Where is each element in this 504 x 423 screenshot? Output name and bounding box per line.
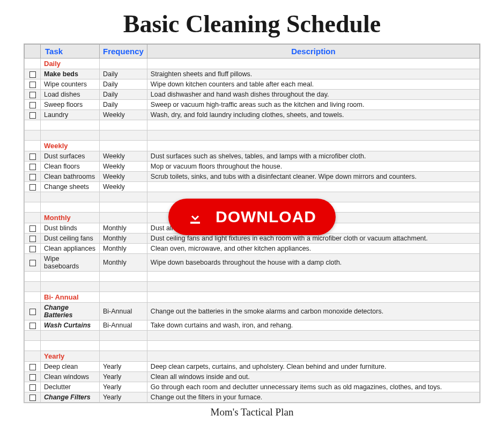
task-checkbox[interactable]	[29, 309, 36, 315]
empty-cell	[147, 120, 479, 130]
task-checkbox[interactable]	[29, 364, 36, 370]
task-frequency: Daily	[100, 69, 147, 79]
checkbox-cell	[25, 254, 41, 272]
col-description: Description	[147, 45, 479, 59]
empty-cell	[100, 130, 147, 141]
empty-check-cell	[25, 351, 41, 362]
section-header: Yearly	[41, 351, 100, 362]
task-description: Change out the filters in your furnace.	[147, 392, 479, 403]
empty-cell	[100, 59, 147, 69]
checkbox-cell	[25, 382, 41, 392]
empty-cell	[41, 120, 100, 130]
task-name: Declutter	[41, 382, 100, 392]
task-frequency: Weekly	[100, 182, 147, 192]
empty-cell	[25, 282, 41, 292]
empty-cell	[147, 351, 479, 362]
empty-cell	[41, 341, 100, 351]
empty-cell	[100, 120, 147, 130]
task-description: Take down curtains and wash, iron, and r…	[147, 320, 479, 331]
task-frequency: Daily	[100, 100, 147, 110]
checkbox-cell	[25, 162, 41, 172]
task-description: Straighten sheets and fluff pillows.	[147, 69, 479, 79]
section-header: Daily	[41, 59, 100, 69]
footer-text: Mom's Tactical Plan	[0, 403, 504, 418]
checkbox-cell	[25, 79, 41, 90]
task-description: Deep clean carpets, curtains, and uphols…	[147, 362, 479, 372]
checkbox-cell	[25, 151, 41, 162]
download-button[interactable]: DOWNLOAD	[168, 199, 336, 235]
col-frequency: Frequency	[100, 45, 147, 59]
task-checkbox[interactable]	[29, 236, 36, 242]
task-checkbox[interactable]	[29, 384, 36, 391]
task-name: Dust surfaces	[41, 151, 100, 162]
task-frequency: Yearly	[100, 362, 147, 372]
task-checkbox[interactable]	[29, 395, 36, 401]
empty-cell	[41, 202, 100, 213]
task-name: Clean windows	[41, 372, 100, 382]
task-checkbox[interactable]	[29, 154, 36, 160]
empty-cell	[41, 272, 100, 282]
task-checkbox[interactable]	[29, 92, 36, 98]
empty-check-cell	[25, 213, 41, 223]
empty-check-cell	[25, 141, 41, 151]
task-name: Load dishes	[41, 90, 100, 100]
task-description: Go through each room and declutter unnec…	[147, 382, 479, 392]
task-checkbox[interactable]	[29, 323, 36, 329]
task-name: Change Batteries	[41, 303, 100, 320]
empty-cell	[41, 331, 100, 341]
empty-cell	[25, 130, 41, 141]
task-name: Wipe baseboards	[41, 254, 100, 272]
checkbox-cell	[25, 362, 41, 372]
task-checkbox[interactable]	[29, 71, 36, 78]
checkbox-cell	[25, 182, 41, 192]
task-description: Clean all windows inside and out.	[147, 372, 479, 382]
task-name: Clean floors	[41, 162, 100, 172]
empty-cell	[100, 282, 147, 292]
task-checkbox[interactable]	[29, 174, 36, 180]
task-name: Make beds	[41, 69, 100, 79]
task-name: Dust blinds	[41, 223, 100, 234]
task-frequency: Weekly	[100, 162, 147, 172]
empty-cell	[147, 341, 479, 351]
checkbox-cell	[25, 172, 41, 182]
task-checkbox[interactable]	[29, 164, 36, 170]
empty-cell	[100, 272, 147, 282]
task-name: Deep clean	[41, 362, 100, 372]
empty-cell	[25, 202, 41, 213]
task-name: Clean bathrooms	[41, 172, 100, 182]
task-checkbox[interactable]	[29, 102, 36, 108]
task-description: Wipe down baseboards throughout the hous…	[147, 254, 479, 272]
task-checkbox[interactable]	[29, 82, 36, 88]
empty-cell	[25, 192, 41, 202]
task-description: Change out the batteries in the smoke al…	[147, 303, 479, 320]
task-checkbox[interactable]	[29, 225, 36, 232]
empty-cell	[147, 141, 479, 151]
checkbox-cell	[25, 69, 41, 79]
empty-cell	[100, 351, 147, 362]
empty-cell	[147, 130, 479, 141]
task-frequency: Yearly	[100, 382, 147, 392]
task-frequency: Yearly	[100, 372, 147, 382]
task-frequency: Monthly	[100, 223, 147, 234]
checkbox-cell	[25, 392, 41, 403]
task-frequency: Monthly	[100, 254, 147, 272]
task-name: Change Filters	[41, 392, 100, 403]
empty-cell	[41, 282, 100, 292]
empty-cell	[147, 292, 479, 303]
task-checkbox[interactable]	[29, 246, 36, 252]
task-description: Wash, dry, and fold laundry including cl…	[147, 110, 479, 120]
task-name: Laundry	[41, 110, 100, 120]
empty-cell	[41, 130, 100, 141]
task-frequency: Yearly	[100, 392, 147, 403]
task-checkbox[interactable]	[29, 184, 36, 191]
task-checkbox[interactable]	[29, 112, 36, 119]
task-name: Change sheets	[41, 182, 100, 192]
checkbox-cell	[25, 100, 41, 110]
task-checkbox[interactable]	[29, 374, 36, 381]
task-description: Dust surfaces such as shelves, tables, a…	[147, 151, 479, 162]
checkbox-cell	[25, 303, 41, 320]
svg-rect-0	[190, 222, 200, 224]
section-header: Monthly	[41, 213, 100, 223]
task-name: Dust ceiling fans	[41, 234, 100, 244]
task-checkbox[interactable]	[29, 260, 36, 266]
